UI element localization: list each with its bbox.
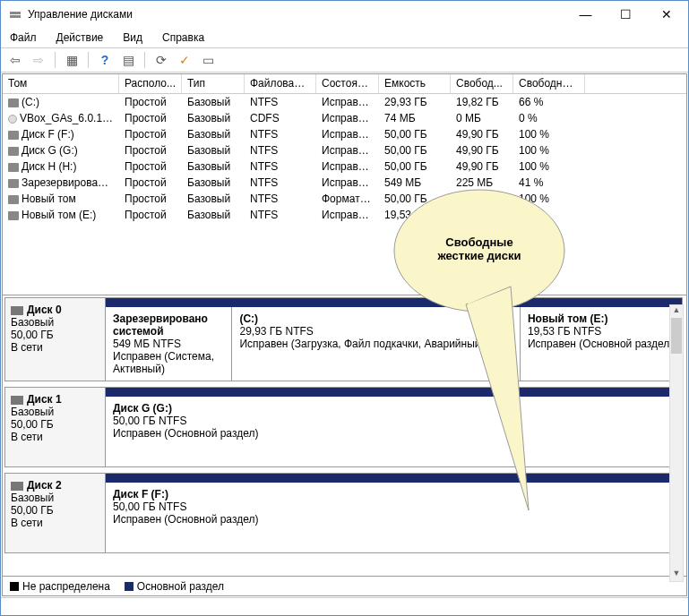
partition-title: (C:) bbox=[239, 312, 512, 325]
volume-row[interactable]: Диск H (H:)ПростойБазовыйNTFSИсправен...… bbox=[3, 158, 686, 175]
col-freepct[interactable]: Свободно % bbox=[513, 74, 585, 93]
disk-icon bbox=[11, 482, 23, 491]
disk-status: В сети bbox=[11, 431, 43, 443]
disk-row[interactable]: Диск 0Базовый50,00 ГБВ сетиЗарезервирова… bbox=[4, 297, 683, 381]
menu-view[interactable]: Вид bbox=[119, 30, 146, 46]
partition[interactable]: Диск F (F:)50,00 ГБ NTFSИсправен (Основн… bbox=[106, 483, 682, 552]
disk-info[interactable]: Диск 0Базовый50,00 ГБВ сети bbox=[5, 298, 106, 381]
check-icon[interactable]: ✓ bbox=[176, 51, 194, 69]
disk-row[interactable]: Диск 2Базовый50,00 ГБВ сетиДиск F (F:)50… bbox=[4, 473, 683, 553]
svg-rect-1 bbox=[10, 15, 21, 18]
col-status[interactable]: Состояние bbox=[316, 74, 379, 93]
disk-size: 50,00 ГБ bbox=[11, 418, 54, 431]
window-title: Управление дисками bbox=[28, 8, 565, 21]
col-free[interactable]: Свобод... bbox=[451, 74, 513, 93]
scroll-down-icon[interactable]: ▼ bbox=[670, 569, 683, 581]
forward-button[interactable]: ⇨ bbox=[30, 51, 47, 69]
menu-action[interactable]: Действие bbox=[53, 30, 108, 46]
partition-stripe bbox=[106, 298, 682, 307]
disk-icon bbox=[8, 195, 19, 204]
disk-type: Базовый bbox=[11, 492, 54, 504]
disk-type: Базовый bbox=[11, 316, 54, 329]
partition-status: Исправен (Система, Активный) bbox=[113, 350, 214, 375]
col-volume[interactable]: Том bbox=[3, 74, 119, 93]
partition-size: 19,53 ГБ NTFS bbox=[528, 325, 601, 338]
partition-size: 50,00 ГБ NTFS bbox=[113, 415, 186, 427]
scroll-up-icon[interactable]: ▲ bbox=[670, 305, 683, 318]
partition[interactable]: Диск G (G:)50,00 ГБ NTFSИсправен (Основн… bbox=[106, 397, 682, 466]
content-area: Том Располо... Тип Файловая с... Состоян… bbox=[2, 73, 687, 596]
minimize-button[interactable]: — bbox=[565, 2, 606, 27]
disk-icon bbox=[8, 211, 19, 220]
disk-info[interactable]: Диск 1Базовый50,00 ГБВ сети bbox=[5, 388, 106, 466]
separator bbox=[88, 52, 89, 68]
menu-file[interactable]: Файл bbox=[6, 30, 40, 46]
legend-unallocated-swatch bbox=[10, 582, 19, 591]
disk-icon bbox=[11, 396, 23, 405]
disk-size: 50,00 ГБ bbox=[11, 329, 54, 341]
volume-row[interactable]: VBox_GAs_6.0.14 (...ПростойБазовыйCDFSИс… bbox=[3, 110, 686, 126]
partition-title: Зарезервировано системой bbox=[113, 312, 224, 338]
partition[interactable]: Новый том (E:)19,53 ГБ NTFSИсправен (Осн… bbox=[521, 307, 682, 381]
back-button[interactable]: ⇦ bbox=[6, 51, 24, 69]
volume-row[interactable]: Новый том (E:)ПростойБазовыйNTFSИсправен… bbox=[3, 207, 686, 223]
partition-stripe bbox=[106, 388, 682, 397]
disk-icon bbox=[8, 98, 19, 107]
maximize-button[interactable]: ☐ bbox=[606, 2, 646, 27]
separator bbox=[55, 52, 56, 68]
legend-primary-label: Основной раздел bbox=[137, 580, 224, 593]
legend-primary-swatch bbox=[125, 582, 133, 591]
volume-row[interactable]: Диск F (F:)ПростойБазовыйNTFSИсправен...… bbox=[3, 126, 686, 142]
titlebar[interactable]: Управление дисками — ☐ ✕ bbox=[1, 1, 688, 28]
partition-status: Исправен (Загрузка, Файл подкачки, Авари… bbox=[239, 338, 484, 350]
disk-icon bbox=[8, 163, 19, 172]
legend-unallocated-label: Не распределена bbox=[22, 580, 110, 593]
partition[interactable]: (C:)29,93 ГБ NTFSИсправен (Загрузка, Фай… bbox=[232, 307, 521, 381]
list-icon[interactable]: ▤ bbox=[119, 51, 137, 69]
partition[interactable]: Зарезервировано системой549 МБ NTFSИспра… bbox=[106, 307, 232, 381]
view-grid-icon[interactable]: ▦ bbox=[63, 51, 81, 69]
col-type[interactable]: Тип bbox=[182, 74, 245, 93]
col-capacity[interactable]: Емкость bbox=[379, 74, 451, 93]
help-icon[interactable]: ? bbox=[96, 51, 114, 69]
disk-info[interactable]: Диск 2Базовый50,00 ГБВ сети bbox=[5, 474, 106, 552]
menu-help[interactable]: Справка bbox=[159, 30, 208, 46]
col-filesystem[interactable]: Файловая с... bbox=[245, 74, 316, 93]
disk-status: В сети bbox=[11, 341, 43, 354]
column-headers[interactable]: Том Располо... Тип Файловая с... Состоян… bbox=[3, 74, 686, 94]
statusbar bbox=[1, 597, 688, 615]
volume-list[interactable]: Том Располо... Тип Файловая с... Состоян… bbox=[3, 74, 686, 295]
partition-title: Диск F (F:) bbox=[113, 488, 675, 500]
col-layout[interactable]: Располо... bbox=[119, 74, 182, 93]
window: Управление дисками — ☐ ✕ Файл Действие В… bbox=[0, 0, 689, 616]
disk-row[interactable]: Диск 1Базовый50,00 ГБВ сетиДиск G (G:)50… bbox=[4, 387, 683, 467]
volume-row[interactable]: Зарезервировано...ПростойБазовыйNTFSИспр… bbox=[3, 175, 686, 191]
partition-size: 50,00 ГБ NTFS bbox=[113, 500, 186, 513]
volume-row[interactable]: Новый томПростойБазовыйNTFSФормати...50,… bbox=[3, 191, 686, 207]
partition-stripe bbox=[106, 474, 682, 483]
scrollbar-thumb[interactable] bbox=[671, 318, 682, 354]
volume-row[interactable]: Диск G (G:)ПростойБазовыйNTFSИсправен...… bbox=[3, 142, 686, 158]
app-icon bbox=[8, 7, 22, 21]
volume-row[interactable]: (C:)ПростойБазовыйNTFSИсправен...29,93 Г… bbox=[3, 94, 686, 110]
properties-icon[interactable]: ▭ bbox=[199, 51, 217, 69]
separator bbox=[144, 52, 145, 68]
legend: Не распределена Основной раздел bbox=[3, 576, 686, 595]
close-button[interactable]: ✕ bbox=[646, 2, 686, 27]
partition-size: 549 МБ NTFS bbox=[113, 338, 181, 350]
cd-icon bbox=[8, 115, 17, 124]
menubar: Файл Действие Вид Справка bbox=[1, 28, 688, 47]
partition-title: Новый том (E:) bbox=[528, 312, 675, 325]
toolbar: ⇦ ⇨ ▦ ? ▤ ⟳ ✓ ▭ bbox=[1, 47, 688, 73]
disk-icon bbox=[11, 306, 23, 315]
refresh-icon[interactable]: ⟳ bbox=[152, 51, 170, 69]
disk-size: 50,00 ГБ bbox=[11, 504, 54, 517]
partition-title: Диск G (G:) bbox=[113, 402, 675, 415]
vertical-scrollbar[interactable]: ▲ ▼ bbox=[669, 304, 684, 582]
disk-icon bbox=[8, 147, 19, 156]
disk-status: В сети bbox=[11, 517, 43, 529]
disk-graphical-pane[interactable]: Диск 0Базовый50,00 ГБВ сетиЗарезервирова… bbox=[3, 295, 686, 576]
disk-type: Базовый bbox=[11, 406, 54, 418]
disk-icon bbox=[8, 131, 19, 140]
partition-status: Исправен (Основной раздел) bbox=[113, 427, 258, 440]
